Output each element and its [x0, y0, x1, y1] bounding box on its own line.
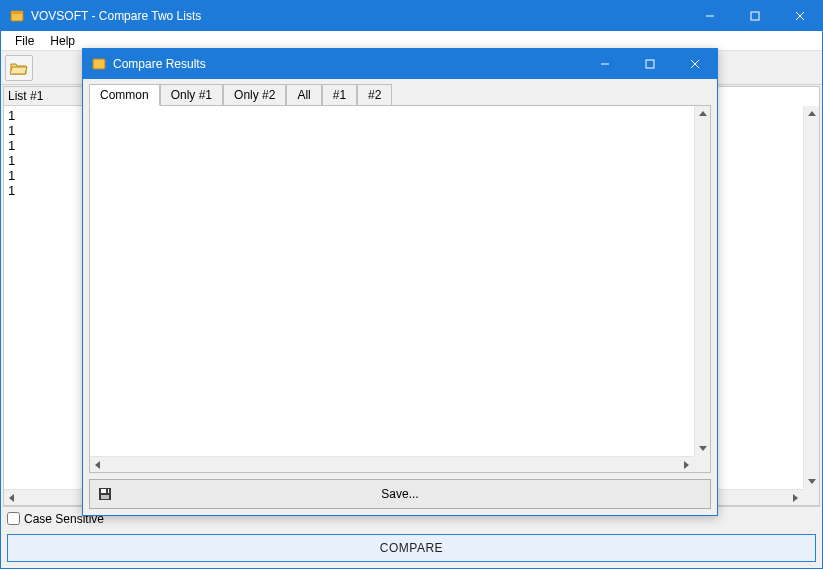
tab-content[interactable]: [89, 105, 711, 473]
compare-row: COMPARE: [3, 530, 820, 566]
svg-rect-8: [646, 60, 654, 68]
dialog-close-button[interactable]: [672, 49, 717, 79]
svg-rect-14: [106, 489, 108, 493]
save-row: Save...: [89, 479, 711, 509]
svg-rect-3: [751, 12, 759, 20]
maximize-button[interactable]: [732, 1, 777, 31]
results-vscroll[interactable]: [694, 106, 710, 456]
results-scroll-corner: [694, 456, 710, 472]
app-icon: [9, 8, 25, 24]
tab--1[interactable]: #1: [322, 84, 357, 106]
dialog-window-controls: [582, 49, 717, 79]
results-hscroll[interactable]: [90, 456, 694, 472]
dialog-maximize-button[interactable]: [627, 49, 672, 79]
list2-scroll-corner: [803, 489, 819, 505]
tab-common[interactable]: Common: [89, 84, 160, 106]
svg-rect-1: [11, 11, 23, 14]
svg-rect-13: [101, 495, 109, 499]
tab-only-2[interactable]: Only #2: [223, 84, 286, 106]
tab-strip: CommonOnly #1Only #2All#1#2: [83, 79, 717, 105]
main-titlebar[interactable]: VOVSOFT - Compare Two Lists: [1, 1, 822, 31]
dialog-titlebar[interactable]: Compare Results: [83, 49, 717, 79]
dialog-title: Compare Results: [113, 57, 206, 71]
save-disk-icon: [98, 487, 112, 501]
menu-file[interactable]: File: [7, 32, 42, 50]
save-button-label: Save...: [381, 487, 418, 501]
tab--2[interactable]: #2: [357, 84, 392, 106]
svg-rect-6: [93, 59, 105, 69]
menu-help[interactable]: Help: [42, 32, 83, 50]
minimize-button[interactable]: [687, 1, 732, 31]
dialog-minimize-button[interactable]: [582, 49, 627, 79]
tab-only-1[interactable]: Only #1: [160, 84, 223, 106]
open-file-button[interactable]: [5, 55, 33, 81]
window-controls: [687, 1, 822, 31]
close-button[interactable]: [777, 1, 822, 31]
tab-all[interactable]: All: [286, 84, 321, 106]
list2-vscroll[interactable]: [803, 106, 819, 489]
compare-button[interactable]: COMPARE: [7, 534, 816, 562]
main-window: VOVSOFT - Compare Two Lists File Help Li…: [0, 0, 823, 569]
main-title: VOVSOFT - Compare Two Lists: [31, 9, 201, 23]
compare-results-dialog: Compare Results CommonOnly #1Only #2All#…: [82, 48, 718, 516]
dialog-app-icon: [91, 56, 107, 72]
open-folder-icon: [10, 61, 28, 75]
save-button[interactable]: Save...: [89, 479, 711, 509]
case-sensitive-checkbox[interactable]: [7, 512, 20, 525]
